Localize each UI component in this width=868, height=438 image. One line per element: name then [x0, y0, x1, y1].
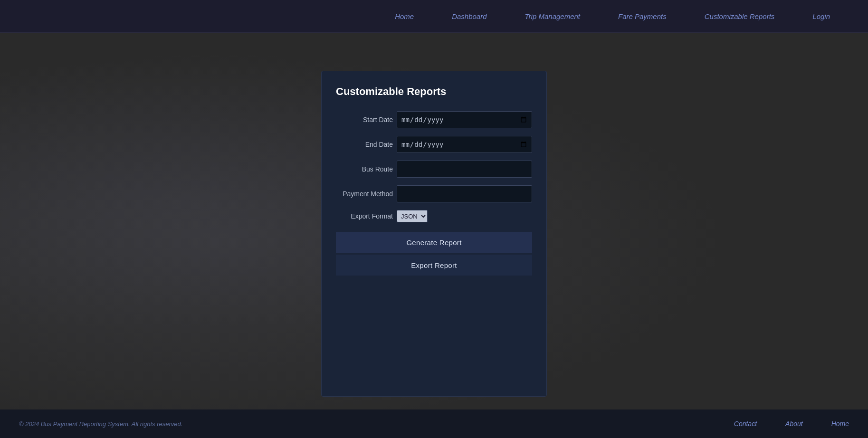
- main-nav: Home Dashboard Trip Management Fare Paym…: [0, 0, 868, 33]
- start-date-label: Start Date: [336, 116, 393, 124]
- footer: © 2024 Bus Payment Reporting System. All…: [0, 409, 868, 438]
- export-format-select[interactable]: JSON CSV XML: [397, 210, 428, 222]
- nav-item-home[interactable]: Home: [376, 0, 433, 33]
- footer-link-home[interactable]: Home: [831, 420, 849, 428]
- export-report-button[interactable]: Export Report: [336, 255, 532, 276]
- end-date-row: End Date: [336, 136, 532, 153]
- footer-links: Contact About Home: [734, 420, 849, 428]
- nav-items: Home Dashboard Trip Management Fare Paym…: [376, 0, 849, 33]
- export-format-row: Export Format JSON CSV XML: [336, 210, 532, 222]
- nav-item-login[interactable]: Login: [793, 0, 849, 33]
- bus-route-row: Bus Route: [336, 161, 532, 178]
- bus-route-label: Bus Route: [336, 165, 393, 173]
- nav-item-trip-management[interactable]: Trip Management: [506, 0, 599, 33]
- nav-item-customizable-reports[interactable]: Customizable Reports: [686, 0, 794, 33]
- footer-copyright: © 2024 Bus Payment Reporting System. All…: [19, 420, 182, 428]
- end-date-input[interactable]: [397, 136, 532, 153]
- start-date-input[interactable]: [397, 111, 532, 128]
- nav-item-fare-payments[interactable]: Fare Payments: [599, 0, 686, 33]
- footer-link-contact[interactable]: Contact: [734, 420, 757, 428]
- generate-report-button[interactable]: Generate Report: [336, 232, 532, 253]
- footer-link-about[interactable]: About: [785, 420, 803, 428]
- export-format-label: Export Format: [336, 212, 393, 220]
- payment-method-input[interactable]: [397, 185, 532, 202]
- main-content: Customizable Reports Start Date End Date…: [0, 33, 868, 425]
- report-panel: Customizable Reports Start Date End Date…: [321, 71, 547, 397]
- payment-method-row: Payment Method: [336, 185, 532, 202]
- report-title: Customizable Reports: [336, 86, 532, 98]
- payment-method-label: Payment Method: [336, 190, 393, 198]
- bus-route-input[interactable]: [397, 161, 532, 178]
- start-date-row: Start Date: [336, 111, 532, 128]
- end-date-label: End Date: [336, 141, 393, 148]
- nav-item-dashboard[interactable]: Dashboard: [433, 0, 506, 33]
